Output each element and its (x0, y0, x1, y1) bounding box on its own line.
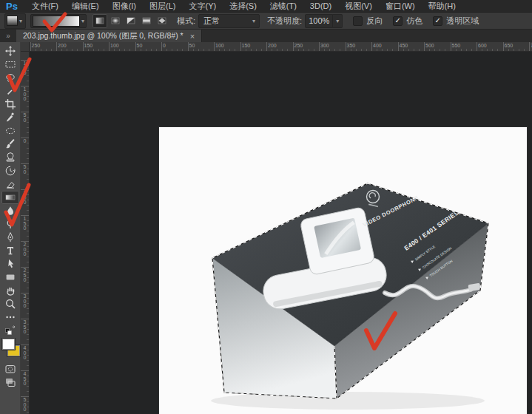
opacity-dropdown-button[interactable]: ▾ (333, 14, 343, 28)
checkbox-unchecked-icon[interactable] (353, 16, 363, 26)
ruler-label: 250 (32, 43, 41, 48)
menu-item[interactable]: 文件(F) (25, 0, 65, 13)
hand-tool[interactable] (1, 284, 19, 297)
ruler-minor-tick (51, 49, 52, 51)
radial-gradient-button[interactable] (108, 14, 123, 28)
checkbox-label: 反向 (366, 16, 383, 27)
eraser-tool[interactable] (1, 177, 19, 191)
ruler-minor-tick (277, 49, 277, 51)
menu-item[interactable]: 文字(Y) (182, 0, 223, 13)
photoshop-window: Ps 文件(F)编辑(E)图像(I)图层(L)文字(Y)选择(S)滤镜(T)3D… (0, 0, 532, 414)
ruler-minor-tick (27, 231, 29, 231)
ruler-major-tick (424, 42, 425, 51)
ruler-minor-tick (151, 49, 152, 51)
ruler-minor-tick (419, 49, 420, 51)
ruler-minor-tick (309, 49, 309, 51)
ruler-minor-tick (27, 153, 29, 154)
ruler-major-tick (56, 42, 57, 51)
ruler-minor-tick (193, 49, 194, 51)
ruler-minor-tick (27, 360, 29, 361)
ruler-minor-tick (524, 49, 525, 51)
menu-item[interactable]: 视图(V) (338, 0, 379, 13)
magic-wand-tool[interactable] (1, 84, 19, 98)
ruler-minor-tick (508, 49, 509, 51)
move-tool[interactable] (1, 44, 19, 58)
ruler-minor-tick (27, 205, 29, 206)
menu-item[interactable]: 窗口(W) (379, 0, 422, 13)
rectangle-tool[interactable] (1, 271, 19, 284)
ruler-minor-tick (366, 49, 367, 51)
brush-tool[interactable] (1, 138, 19, 151)
crop-tool[interactable] (1, 98, 19, 111)
ruler-minor-tick (27, 401, 29, 402)
ruler-label: 500 (425, 43, 434, 48)
quick-mask-button[interactable] (1, 362, 19, 376)
document-canvas[interactable]: VIDEO DOORPHONE E400 / E401 SERIES SIMPL… (159, 127, 527, 414)
gradient-tool[interactable] (1, 191, 19, 204)
ruler-minor-tick (88, 49, 89, 51)
option-checkboxes: 反向✓仿色✓透明区域 (343, 16, 479, 27)
gradient-preset-picker[interactable]: ▾ (4, 13, 26, 29)
tab-close-icon[interactable]: × (190, 32, 195, 41)
menu-item[interactable]: 3D(D) (303, 0, 338, 13)
ruler-minor-tick (129, 49, 130, 51)
checkbox-reverse[interactable]: 反向 (353, 16, 383, 27)
checkbox-transparency[interactable]: ✓透明区域 (433, 16, 479, 27)
ruler-minor-tick (72, 49, 73, 51)
clone-stamp-tool[interactable] (1, 151, 19, 164)
menu-item[interactable]: 滤镜(T) (263, 0, 303, 13)
blend-mode-select[interactable]: 正常 ▾ (198, 14, 260, 28)
pen-tool[interactable] (1, 231, 19, 244)
ruler-minor-tick (27, 350, 29, 350)
default-colors-icon[interactable] (1, 324, 19, 337)
tab-overflow-button[interactable]: » (0, 30, 16, 42)
gradient-editor-button[interactable]: ▾ (30, 14, 87, 28)
ruler-minor-tick (27, 132, 29, 133)
ruler-minor-tick (93, 49, 94, 51)
foreground-color-swatch[interactable] (2, 339, 15, 350)
menu-item[interactable]: 编辑(E) (65, 0, 106, 13)
angle-gradient-button[interactable] (124, 14, 138, 28)
screen-mode-button[interactable] (1, 376, 19, 389)
menu-item[interactable]: 图像(I) (106, 0, 143, 13)
type-tool[interactable] (1, 244, 19, 257)
product-box-render: VIDEO DOORPHONE E400 / E401 SERIES SIMPL… (159, 127, 527, 414)
diamond-gradient-button[interactable] (155, 14, 169, 28)
ruler-minor-tick (324, 49, 325, 51)
checkbox-checked-icon[interactable]: ✓ (433, 16, 442, 26)
ruler-minor-tick (27, 298, 29, 299)
history-brush-tool[interactable] (1, 164, 19, 177)
patch-tool[interactable] (1, 124, 19, 138)
menu-item[interactable]: 选择(S) (223, 0, 263, 13)
document-tab[interactable]: 203.jpg.thumb.jpg @ 100% (图层 0, RGB/8#) … (16, 30, 202, 42)
ruler-minor-tick (27, 127, 29, 128)
path-selection-tool[interactable] (1, 257, 19, 271)
chevron-down-icon: ▾ (80, 18, 86, 24)
dodge-tool[interactable] (1, 217, 19, 231)
ruler-minor-tick (166, 49, 167, 51)
ruler-major-tick (188, 42, 189, 51)
checkbox-checked-icon[interactable]: ✓ (393, 16, 403, 26)
ruler-minor-tick (361, 49, 362, 51)
reflected-gradient-button[interactable] (139, 14, 154, 28)
color-swatches[interactable] (1, 339, 19, 361)
ruler-major-tick (161, 42, 162, 51)
ruler-minor-tick (27, 272, 29, 273)
ruler-minor-tick (27, 339, 29, 340)
ruler-major-tick (451, 42, 451, 51)
checkbox-dither[interactable]: ✓仿色 (393, 16, 422, 27)
zoom-tool[interactable] (1, 297, 19, 310)
linear-gradient-button[interactable] (92, 14, 107, 28)
rectangular-marquee-tool[interactable] (1, 58, 19, 71)
ruler-label: 1 5 0 (21, 61, 29, 76)
eyedropper-tool[interactable] (1, 111, 19, 124)
opacity-input[interactable]: 100% (305, 14, 333, 28)
ruler-minor-tick (27, 174, 29, 174)
edit-toolbar-button[interactable] (1, 310, 19, 324)
ruler-minor-tick (27, 257, 29, 257)
lasso-tool[interactable] (1, 71, 19, 84)
ruler-major-tick (240, 42, 241, 51)
menu-item[interactable]: 帮助(H) (422, 0, 462, 13)
blur-tool[interactable] (1, 204, 19, 217)
menu-item[interactable]: 图层(L) (143, 0, 182, 13)
